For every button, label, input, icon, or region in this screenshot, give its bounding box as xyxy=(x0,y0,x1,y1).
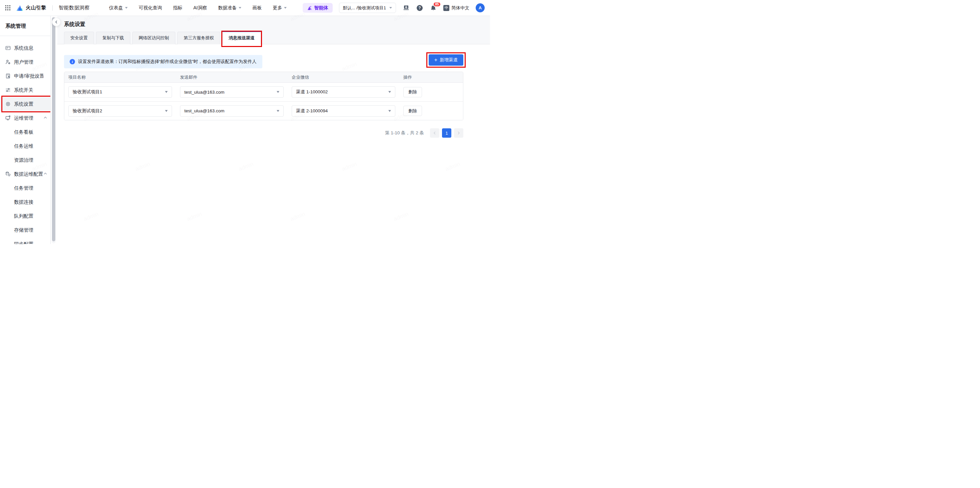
page-title: 系统设置 xyxy=(64,21,85,28)
sidebar-item-label: 申请/审批设置 xyxy=(14,73,43,79)
chevron-up-icon xyxy=(43,172,47,176)
project-select[interactable]: 验收测试项目2 xyxy=(68,105,172,117)
top-navbar: 火山引擎 智能数据洞察 仪表盘 可视化查询 指标 AI洞察 数据准备 xyxy=(0,0,490,16)
table-header: 项目名称 发送邮件 企业微信 操作 xyxy=(64,72,463,83)
brand-name: 火山引擎 xyxy=(25,5,46,11)
agent-button-label: 智能体 xyxy=(314,5,328,11)
page-1-button[interactable]: 1 xyxy=(442,128,451,138)
sidebar-item-label: 任务运维 xyxy=(14,143,33,149)
console-icon xyxy=(403,5,409,11)
chevron-down-icon xyxy=(165,110,168,112)
sidebar-item-system-settings[interactable]: 系统设置 xyxy=(0,97,50,111)
chevron-left-icon xyxy=(433,131,436,135)
wechat-select[interactable]: 渠道 1-1000002 xyxy=(292,86,395,98)
chevron-up-icon xyxy=(43,116,47,120)
nav-item-data-prep[interactable]: 数据准备 xyxy=(218,5,241,11)
info-icon: i xyxy=(70,59,75,64)
app-window: 火山引擎 智能数据洞察 仪表盘 可视化查询 指标 AI洞察 数据准备 xyxy=(0,0,490,244)
next-page-button[interactable] xyxy=(454,128,463,138)
sidebar-item-queue-config[interactable]: 队列配置 xyxy=(0,209,50,223)
tab-message-push-channel[interactable]: 消息推送渠道 xyxy=(222,31,261,45)
sidebar-item-task-management[interactable]: 任务管理 xyxy=(0,181,50,195)
sidebar-item-sync-config[interactable]: 同步配置 xyxy=(0,237,50,244)
help-button[interactable]: ? xyxy=(416,4,423,12)
pagination-summary: 第 1-10 条，共 2 条 xyxy=(385,130,424,136)
tab-label: 消息推送渠道 xyxy=(229,35,255,40)
sidebar-item-label: 任务看板 xyxy=(14,129,33,135)
notification-badge: 85 xyxy=(433,2,441,7)
sidebar-collapse-button[interactable] xyxy=(52,17,60,26)
nav-item-label: 仪表盘 xyxy=(109,5,123,11)
product-name: 智能数据洞察 xyxy=(59,5,90,11)
chevron-down-icon xyxy=(277,91,279,93)
sidebar-item-data-connection[interactable]: 数据连接 xyxy=(0,195,50,209)
delete-button[interactable]: 删除 xyxy=(403,106,422,116)
project-select[interactable]: 验收测试项目1 xyxy=(68,86,172,98)
notifications-button[interactable]: 85 xyxy=(430,4,437,12)
tab-third-party-auth[interactable]: 第三方服务授权 xyxy=(177,32,220,45)
cell-project: 验收测试项目1 xyxy=(64,86,176,98)
nav-item-label: 更多 xyxy=(273,5,282,11)
sidebar-item-label: 数据运维配置 xyxy=(14,171,43,177)
sidebar-item-system-info[interactable]: 系统信息 xyxy=(0,41,50,55)
sidebar-group-ops-management[interactable]: 运维管理 xyxy=(0,111,50,125)
sidebar-item-label: 运维管理 xyxy=(14,115,33,121)
table-row: 验收测试项目1 test_ulua@163.com 渠道 1-1000002 xyxy=(64,83,463,101)
add-channel-button[interactable]: + 新增渠道 xyxy=(429,54,463,66)
sidebar-item-approval-settings[interactable]: 申请/审批设置 xyxy=(0,69,50,83)
chevron-down-icon xyxy=(125,7,128,9)
apps-grid-icon[interactable] xyxy=(5,5,11,11)
email-select[interactable]: test_ulua@163.com xyxy=(180,105,284,117)
select-value: 渠道 2-1000094 xyxy=(296,108,328,114)
sidebar-scrollbar-thumb[interactable] xyxy=(52,17,55,241)
nav-item-dashboard[interactable]: 仪表盘 xyxy=(109,5,128,11)
wechat-select[interactable]: 渠道 2-1000094 xyxy=(292,105,395,117)
nav-item-label: 数据准备 xyxy=(218,5,237,11)
nav-item-visual-query[interactable]: 可视化查询 xyxy=(138,5,162,11)
sidebar-item-task-board[interactable]: 任务看板 xyxy=(0,125,50,139)
nav-item-canvas[interactable]: 画板 xyxy=(252,5,262,11)
tab-security-settings[interactable]: 安全设置 xyxy=(64,32,94,45)
sidebar-item-label: 队列配置 xyxy=(14,213,33,219)
email-select[interactable]: test_ulua@163.com xyxy=(180,86,284,98)
console-button[interactable] xyxy=(402,4,410,12)
project-switcher[interactable]: 默认... /验收测试项目1 xyxy=(339,3,396,13)
sidebar-group-data-ops-config[interactable]: 数据运维配置 xyxy=(0,167,50,181)
avatar[interactable]: A xyxy=(476,3,485,12)
sidebar-item-user-management[interactable]: 用户管理 xyxy=(0,55,50,69)
sidebar-item-task-ops[interactable]: 任务运维 xyxy=(0,139,50,153)
info-banner-text: 设置发件渠道效果：订阅和指标播报选择“邮件或企业微信”时，都会使用该配置作为发件… xyxy=(78,59,257,65)
column-header-actions: 操作 xyxy=(399,74,463,80)
language-button[interactable]: 中 简体中文 xyxy=(443,5,469,11)
select-value: 验收测试项目1 xyxy=(73,89,102,95)
tab-copy-download[interactable]: 复制与下载 xyxy=(96,32,130,45)
cell-email: test_ulua@163.com xyxy=(176,86,288,98)
prev-page-button[interactable] xyxy=(430,128,439,138)
tab-content: i 设置发件渠道效果：订阅和指标播报选择“邮件或企业微信”时，都会使用该配置作为… xyxy=(64,45,463,244)
document-user-icon xyxy=(5,73,11,79)
sidebar-item-storage-management[interactable]: 存储管理 xyxy=(0,223,50,237)
toolbar-row: i 设置发件渠道效果：订阅和指标播报选择“邮件或企业微信”时，都会使用该配置作为… xyxy=(64,55,463,68)
sidebar-item-label: 同步配置 xyxy=(14,241,33,244)
sidebar-item-resource-governance[interactable]: 资源治理 xyxy=(0,153,50,167)
chevron-down-icon xyxy=(389,7,392,9)
sidebar-item-system-switch[interactable]: 系统开关 xyxy=(0,83,50,97)
monitor-gear-icon xyxy=(5,115,11,121)
cell-email: test_ulua@163.com xyxy=(176,105,288,117)
sidebar-scroll-gutter xyxy=(51,16,57,244)
nav-item-label: AI洞察 xyxy=(193,5,207,11)
nav-item-metrics[interactable]: 指标 xyxy=(173,5,182,11)
tab-network-access-control[interactable]: 网络区访问控制 xyxy=(132,32,175,45)
user-gear-icon xyxy=(5,59,11,65)
add-channel-wrap: + 新增渠道 xyxy=(429,54,463,66)
nav-item-more[interactable]: 更多 xyxy=(273,5,287,11)
id-card-icon xyxy=(5,45,11,51)
sidebar-item-label: 资源治理 xyxy=(14,157,33,163)
nav-item-ai-insight[interactable]: AI洞察 xyxy=(193,5,207,11)
agent-button[interactable]: 智能体 xyxy=(303,3,332,13)
sidebar-item-label: 任务管理 xyxy=(14,185,33,191)
column-header-project: 项目名称 xyxy=(64,74,176,80)
nav-item-label: 可视化查询 xyxy=(138,5,162,11)
delete-button[interactable]: 删除 xyxy=(403,87,422,97)
cell-wechat: 渠道 2-1000094 xyxy=(288,105,399,117)
